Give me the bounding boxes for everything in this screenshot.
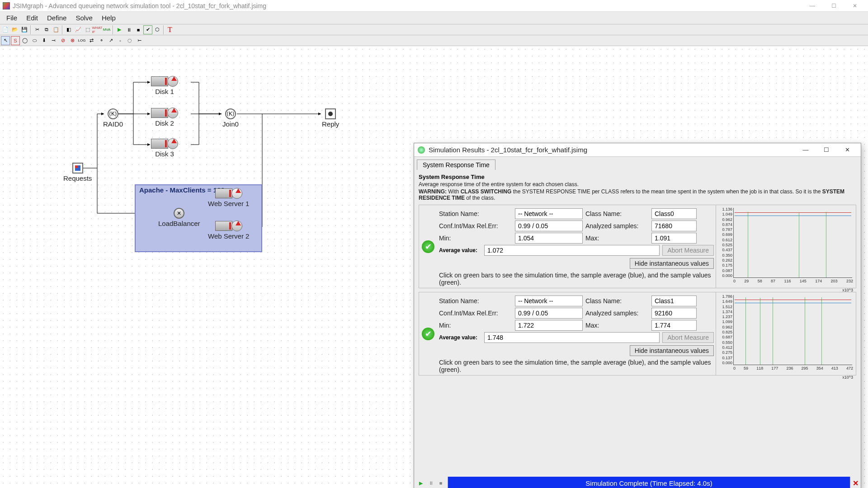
station-tool-icon[interactable]: ◯ (20, 36, 29, 45)
transition-tool-icon[interactable]: ◌ (125, 36, 134, 45)
measure-block: ✔ Station Name: -- Network -- Class Name… (419, 292, 856, 375)
menu-edit[interactable]: Edit (22, 12, 42, 23)
select-tool-icon[interactable]: ↖ (1, 36, 10, 45)
copy-icon[interactable]: ⧉ (42, 25, 51, 34)
text-icon[interactable]: T (165, 25, 175, 34)
node-join0-label: Join0 (222, 120, 239, 128)
conf-label: Conf.Int/Max Rel.Err: (439, 222, 512, 230)
node-web2-label: Web Server 2 (208, 232, 249, 240)
sim-pause-icon[interactable]: ⏸ (427, 479, 435, 487)
source-tool-icon[interactable]: S (11, 36, 20, 45)
app-icon (3, 2, 10, 9)
node-disk2[interactable]: Disk 2 (151, 108, 178, 127)
node-web1[interactable]: Web Server 1 (208, 188, 249, 207)
dialog-close-button[interactable]: ✕ (837, 145, 857, 155)
status-message: Simulation Complete (Time Elapsed: 4.0s) (448, 477, 850, 488)
toolbar-palette: ↖ S ◯ ⬭ ⬇ ⤙ ⊘ ⊗ LOG ⇄ ⚬ ↗ ◦ ◌ ⤚ (0, 35, 868, 46)
close-button[interactable]: ✕ (844, 1, 865, 11)
classes-icon[interactable]: ◧ (64, 25, 73, 34)
whatif-icon[interactable]: WHATIF (93, 25, 102, 34)
fork-icon: ⟨K⟩ (108, 108, 118, 119)
sim-stop-icon[interactable]: ■ (437, 479, 445, 487)
window-title: JSIMgraph - Advanced queueing network si… (13, 2, 802, 9)
menu-define[interactable]: Define (42, 12, 71, 23)
play-icon[interactable]: ▶ (115, 25, 124, 34)
measure-block: ✔ Station Name: -- Network -- Class Name… (419, 205, 856, 288)
join-tool-icon[interactable]: ⤚ (135, 36, 144, 45)
node-disk2-label: Disk 2 (155, 119, 174, 127)
semaphore-tool-icon[interactable]: ⚬ (97, 36, 106, 45)
menu-file[interactable]: File (2, 12, 22, 23)
sim-play-icon[interactable]: ▶ (417, 479, 425, 487)
menubar: File Edit Define Solve Help (0, 12, 868, 24)
min-value: 1.722 (515, 320, 583, 331)
hide-values-button[interactable]: Hide instantaneous values (630, 258, 714, 269)
main-titlebar: JSIMgraph - Advanced queueing network si… (0, 0, 868, 12)
status-close-button[interactable]: ✕ (850, 477, 861, 488)
parameters-icon[interactable]: ⬚ (83, 25, 92, 34)
node-requests[interactable]: Requests (63, 163, 92, 182)
pause-icon[interactable]: ⏸ (124, 25, 133, 34)
measure-chart[interactable]: 1.1361.0490.9620.8740.7870.6990.6120.525… (716, 205, 856, 288)
classswitch-tool-icon[interactable]: ⇄ (87, 36, 96, 45)
stop-icon[interactable]: ■ (134, 25, 143, 34)
new-icon[interactable]: 📄 (1, 25, 10, 34)
svg-marker-4 (147, 113, 150, 115)
node-raid0[interactable]: ⟨K⟩ RAID0 (103, 108, 123, 128)
link-tool-icon[interactable]: ↗ (106, 36, 115, 45)
dialog-icon (418, 146, 425, 154)
node-loadbalancer[interactable]: ✕ LoadBalancer (158, 208, 200, 227)
node-join0[interactable]: ⟨K⟩ Join0 (222, 108, 239, 128)
svg-marker-8 (318, 113, 321, 115)
delay-tool-icon[interactable]: ⬭ (30, 36, 39, 45)
logger-tool-icon[interactable]: LOG (77, 36, 86, 45)
validate-icon[interactable]: ✔ (143, 25, 152, 34)
samples-label: Analyzed samples: (585, 222, 649, 230)
class-value: Class0 (651, 208, 697, 219)
fcr-tool-icon[interactable]: ⊗ (68, 36, 77, 45)
node-raid0-label: RAID0 (103, 120, 123, 128)
node-disk3[interactable]: Disk 3 (151, 138, 178, 158)
dialog-maximize-button[interactable]: ☐ (816, 145, 836, 155)
class-value: Class1 (651, 296, 697, 306)
menu-solve[interactable]: Solve (71, 12, 97, 23)
avg-value: 1.072 (484, 245, 660, 256)
maximize-button[interactable]: ☐ (823, 1, 844, 11)
node-disk1-label: Disk 1 (155, 88, 174, 95)
cut-icon[interactable]: ✂ (33, 25, 42, 34)
min-label: Min: (439, 235, 512, 242)
svg-marker-2 (147, 81, 150, 84)
fork-tool-icon[interactable]: ⤙ (49, 36, 58, 45)
max-value: 1.091 (651, 233, 697, 244)
tab-system-response-time[interactable]: System Response Time (417, 160, 495, 170)
conf-value: 0.99 / 0.05 (515, 308, 583, 319)
abort-measure-button[interactable]: Abort Measure (662, 245, 714, 256)
node-web2[interactable]: Web Server 2 (208, 221, 249, 240)
save-icon[interactable]: 💾 (20, 25, 29, 34)
max-label: Max: (585, 235, 649, 242)
class-label: Class Name: (585, 210, 649, 217)
abort-measure-button[interactable]: Abort Measure (662, 332, 714, 343)
mva-icon[interactable]: MVA (102, 25, 111, 34)
place-tool-icon[interactable]: ◦ (116, 36, 125, 45)
dialog-titlebar[interactable]: Simulation Results - 2cl_10stat_fcr_fork… (414, 143, 861, 157)
sink-tool-icon[interactable]: ⬇ (39, 36, 48, 45)
paste-icon[interactable]: 📋 (52, 25, 61, 34)
measure-chart[interactable]: 1.7861.6491.5121.3741.2371.0990.9620.825… (716, 292, 856, 375)
station-value: -- Network -- (515, 208, 583, 219)
measures-icon[interactable]: 📈 (74, 25, 83, 34)
samples-value: 92160 (651, 308, 697, 319)
node-disk3-label: Disk 3 (155, 150, 174, 158)
router-tool-icon[interactable]: ⊘ (58, 36, 67, 45)
node-loadbalancer-label: LoadBalancer (158, 220, 200, 227)
open-icon[interactable]: 📂 (10, 25, 19, 34)
node-reply[interactable]: Reply (322, 108, 339, 128)
conf-value: 0.99 / 0.05 (515, 221, 583, 231)
join-icon: ⟨K⟩ (225, 108, 236, 119)
menu-help[interactable]: Help (97, 12, 120, 23)
hide-values-button[interactable]: Hide instantaneous values (630, 345, 714, 356)
minimize-button[interactable]: — (802, 1, 823, 11)
dialog-minimize-button[interactable]: — (796, 145, 816, 155)
node-disk1[interactable]: Disk 1 (151, 76, 178, 95)
results-icon[interactable]: ⬡ (153, 25, 162, 34)
